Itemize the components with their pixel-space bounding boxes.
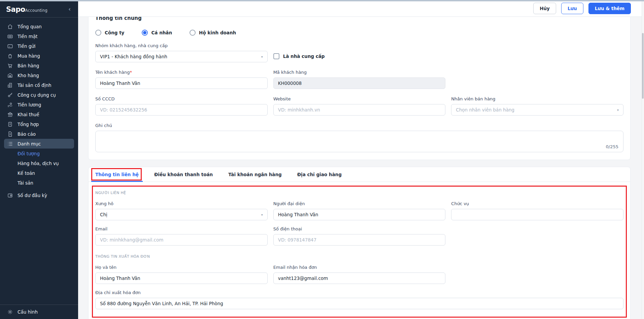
invoice-email-label: Email nhận hóa đơn [273,265,446,270]
sidebar-item-sales[interactable]: Bán hàng [4,61,74,70]
radio-company[interactable]: Công ty [95,30,124,36]
tab-shipping-address[interactable]: Địa chỉ giao hàng [297,172,342,177]
customer-code-input [273,77,446,89]
sidebar-item-label: Tiền gửi [18,43,36,49]
details-card: Thông tin liên hệ Điều khoản thanh toán … [88,167,631,319]
sales-staff-select[interactable]: Chọn nhân viên bán hàng ▾ [451,104,623,116]
cash-icon [7,33,13,39]
full-name-input[interactable] [95,273,268,284]
position-input[interactable] [451,209,623,220]
sidebar-item-label: Tổng quan [18,24,42,29]
cancel-button[interactable]: Hủy [533,3,556,14]
sidebar-item-opening-balance[interactable]: Số dư đầu kỳ [4,190,74,200]
sidebar-item-purchasing[interactable]: Mua hàng [4,51,74,61]
warehouse-icon [7,72,13,78]
customer-group-select[interactable]: VIP1 - Khách hàng đồng hành ▾ [95,51,268,62]
radio-label: Công ty [105,30,124,35]
salutation-value: Chị [100,212,107,217]
phone-input[interactable] [273,234,446,246]
tab-bank-accounts[interactable]: Tài khoản ngân hàng [228,172,282,177]
sidebar-item-summary[interactable]: Tổng hợp [4,119,74,129]
save-button[interactable]: Lưu [561,3,583,14]
sidebar-item-label: Báo cáo [18,131,36,137]
phone-label: Số điện thoại [273,226,446,231]
contact-person-section-label: NGƯỜI LIÊN HỆ [95,191,623,195]
checkbox-icon [273,53,279,59]
sidebar-item-label: Tiền lương [18,102,41,107]
brand-name: Sapo [6,5,25,13]
sidebar-item-label: Kho hàng [18,73,39,78]
sidebar-item-tools[interactable]: Công cụ dụng cụ [4,90,74,100]
building-icon [7,82,13,88]
sidebar-item-tax[interactable]: Khai thuế [4,109,74,119]
app-logo: SapoAccounting [6,5,47,13]
email-label: Email [95,226,268,231]
gear-icon [7,309,13,315]
sidebar-item-deposits[interactable]: Tiền gửi [4,41,74,51]
sidebar-item-reports[interactable]: Báo cáo [4,129,74,139]
email-input[interactable] [95,234,268,246]
representative-input[interactable] [273,209,446,220]
save-and-add-button[interactable]: Lưu & thêm [588,3,631,14]
window-top-strip [0,0,644,1]
salutation-label: Xưng hô [95,201,268,206]
tab-contact-info[interactable]: Thông tin liên hệ [95,172,139,177]
customer-group-label: Nhóm khách hàng, nhà cung cấp [95,43,268,48]
sidebar-item-label: Danh mục [18,141,41,147]
sidebar-item-fixed-assets[interactable]: Tài sản cố định [4,80,74,90]
sidebar-item-payroll[interactable]: Tiền lương [4,100,74,109]
sidebar-collapse-icon[interactable]: ‹ [66,5,73,13]
sidebar-item-label: Số dư đầu kỳ [18,193,47,198]
sidebar-nav-bottom: Số dư đầu kỳ [0,190,78,200]
list-icon [7,141,13,147]
sidebar-item-label: Khai thuế [18,112,39,117]
sidebar-item-cash[interactable]: Tiền mặt [4,31,74,41]
website-input[interactable] [273,104,446,116]
chevron-down-icon: ▾ [617,108,619,112]
id-number-input[interactable] [95,104,268,116]
customer-code-label: Mã khách hàng [273,70,446,75]
sidebar-item-label: Tài sản cố định [18,83,52,88]
sidebar-item-inventory[interactable]: Kho hàng [4,70,74,80]
chevron-down-icon: ▾ [261,55,263,59]
invoice-address-input[interactable] [95,298,623,309]
home-icon [7,24,13,30]
radio-individual[interactable]: Cá nhân [142,30,172,36]
section-title-general: Thông tin chung [95,17,623,21]
sidebar-subitem-products[interactable]: Hàng hóa, dịch vụ [4,158,74,168]
sidebar: SapoAccounting ‹ Tổng quan Tiền mặt Tiền… [0,0,78,319]
chevron-down-icon: ▾ [261,213,263,217]
sidebar-item-categories[interactable]: Danh mục [4,139,74,149]
full-name-label: Họ và tên [95,265,268,270]
salutation-select[interactable]: Chị ▾ [95,209,268,220]
is-supplier-label: Là nhà cung cấp [283,54,325,59]
shopping-bag-icon [7,53,13,59]
radio-household-business[interactable]: Hộ kinh doanh [190,30,236,36]
sidebar-item-settings[interactable]: Cấu hình [0,305,78,319]
sidebar-subitem-partners[interactable]: Đối tượng [4,149,74,158]
website-label: Website [273,96,446,101]
main-content: Thông tin chung Công ty Cá nhân Hộ kinh … [78,17,642,319]
scrollbar-thumb[interactable] [642,33,644,99]
position-label: Chức vụ [451,201,623,206]
note-textarea[interactable] [96,131,623,152]
sidebar-item-label: Bán hàng [18,63,39,68]
sidebar-item-overview[interactable]: Tổng quan [4,22,74,31]
note-char-counter: 0/255 [606,144,618,149]
sales-staff-label: Nhân viên bán hàng [451,96,623,101]
invoice-email-input[interactable] [273,273,446,284]
radio-icon [95,30,101,36]
is-supplier-checkbox-row[interactable]: Là nhà cung cấp [273,53,446,59]
customer-name-input[interactable] [95,77,268,89]
sales-staff-placeholder: Chọn nhân viên bán hàng [456,107,514,113]
note-field: 0/255 [95,131,623,152]
representative-label: Người đại diện [273,201,446,206]
sidebar-subitem-assets[interactable]: Tài sản [4,178,74,188]
tab-bar: Thông tin liên hệ Điều khoản thanh toán … [89,167,630,182]
scrollbar[interactable] [642,0,644,319]
sidebar-item-label: Mua hàng [18,53,40,59]
tab-payment-terms[interactable]: Điều khoản thanh toán [154,172,213,177]
sidebar-logo-row: SapoAccounting ‹ [0,0,78,18]
customer-name-label: Tên khách hàng* [95,70,268,75]
sidebar-subitem-accounting[interactable]: Kế toán [4,168,74,178]
